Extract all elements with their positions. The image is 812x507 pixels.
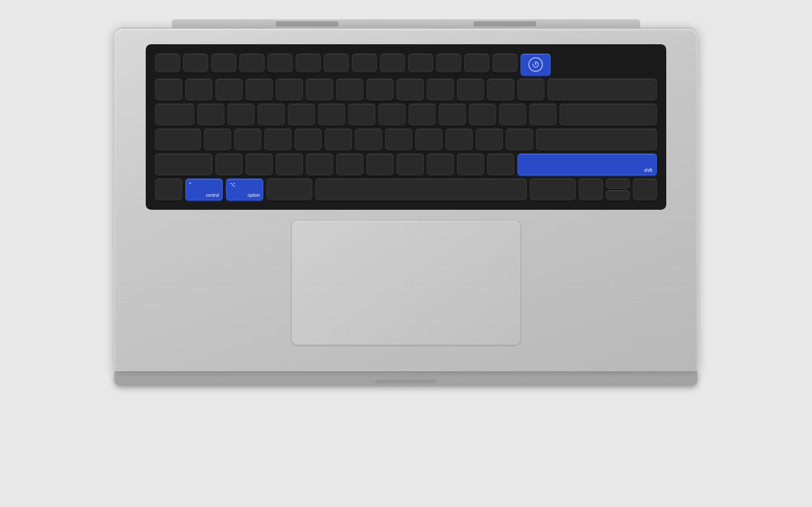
key-tab[interactable] <box>155 104 194 125</box>
key-quote[interactable] <box>506 129 533 150</box>
modifier-row: ^ control ⌥ option <box>155 179 657 200</box>
key-a[interactable] <box>204 129 231 150</box>
key-fn[interactable] <box>155 179 182 200</box>
key-f4[interactable] <box>268 54 293 72</box>
key-arrow-right[interactable] <box>633 179 657 200</box>
key-option[interactable]: ⌥ option <box>226 179 263 200</box>
number-row <box>155 79 657 100</box>
key-9[interactable] <box>427 79 454 100</box>
key-bracket-left[interactable] <box>499 104 526 125</box>
key-arrow-left[interactable] <box>579 179 603 200</box>
key-j[interactable] <box>385 129 412 150</box>
key-backslash[interactable] <box>560 104 657 125</box>
key-period[interactable] <box>457 154 484 175</box>
key-backtick[interactable] <box>155 79 182 100</box>
key-equals[interactable] <box>517 79 544 100</box>
key-l[interactable] <box>446 129 473 150</box>
key-esc[interactable] <box>155 54 180 72</box>
key-y[interactable] <box>348 104 375 125</box>
key-cmd-left[interactable] <box>267 179 312 200</box>
key-w[interactable] <box>227 104 255 125</box>
key-f10[interactable] <box>436 54 461 72</box>
hinge-area <box>172 19 640 29</box>
key-n[interactable] <box>366 154 394 175</box>
key-s[interactable] <box>234 129 261 150</box>
key-t[interactable] <box>318 104 345 125</box>
key-o[interactable] <box>439 104 466 125</box>
laptop-body: shift ^ control ⌥ option <box>115 29 697 371</box>
key-space[interactable] <box>315 179 527 200</box>
key-slash[interactable] <box>487 154 514 175</box>
key-7[interactable] <box>366 79 394 100</box>
laptop-base <box>115 371 697 386</box>
laptop: shift ^ control ⌥ option <box>94 19 718 488</box>
key-g[interactable] <box>325 129 352 150</box>
trackpad-area <box>146 220 666 345</box>
key-f9[interactable] <box>408 54 433 72</box>
tab-row <box>155 104 657 125</box>
key-f12[interactable] <box>492 54 517 72</box>
key-semicolon[interactable] <box>476 129 503 150</box>
key-f1[interactable] <box>183 54 208 72</box>
key-p[interactable] <box>469 104 496 125</box>
key-d[interactable] <box>264 129 291 150</box>
key-bracket-right[interactable] <box>529 104 556 125</box>
key-u[interactable] <box>378 104 405 125</box>
key-arrow-down[interactable] <box>606 190 630 200</box>
key-4[interactable] <box>276 79 303 100</box>
key-cmd-right[interactable] <box>530 179 576 200</box>
bottom-notch <box>375 379 437 384</box>
key-minus[interactable] <box>487 79 514 100</box>
key-f2[interactable] <box>211 54 236 72</box>
key-f5[interactable] <box>296 54 321 72</box>
key-6[interactable] <box>336 79 363 100</box>
caps-row <box>155 129 657 150</box>
key-shift-left[interactable] <box>155 154 212 175</box>
control-label: control <box>206 193 219 198</box>
key-x[interactable] <box>246 154 273 175</box>
key-shift-right[interactable]: shift <box>517 154 657 175</box>
key-k[interactable] <box>415 129 442 150</box>
key-b[interactable] <box>336 154 363 175</box>
function-row <box>155 54 657 75</box>
key-h[interactable] <box>355 129 382 150</box>
arrow-up-down-cluster <box>606 179 630 200</box>
hinge-bar-left <box>276 21 338 27</box>
key-r[interactable] <box>288 104 315 125</box>
key-2[interactable] <box>215 79 243 100</box>
key-f[interactable] <box>295 129 322 150</box>
trackpad[interactable] <box>291 220 521 345</box>
key-f8[interactable] <box>380 54 405 72</box>
key-return[interactable] <box>536 129 657 150</box>
key-f6[interactable] <box>324 54 349 72</box>
key-caps[interactable] <box>155 129 201 150</box>
key-1[interactable] <box>185 79 212 100</box>
key-i[interactable] <box>409 104 436 125</box>
key-c[interactable] <box>276 154 303 175</box>
key-z[interactable] <box>215 154 243 175</box>
key-0[interactable] <box>457 79 484 100</box>
key-comma[interactable] <box>427 154 454 175</box>
keyboard: shift ^ control ⌥ option <box>146 44 666 210</box>
control-icon: ^ <box>189 182 192 187</box>
key-e[interactable] <box>258 104 285 125</box>
key-delete[interactable] <box>548 79 657 100</box>
key-f3[interactable] <box>239 54 264 72</box>
key-q[interactable] <box>197 104 224 125</box>
key-5[interactable] <box>306 79 333 100</box>
key-m[interactable] <box>397 154 424 175</box>
key-arrow-up[interactable] <box>606 179 630 189</box>
shift-row: shift <box>155 154 657 175</box>
option-icon: ⌥ <box>230 182 236 187</box>
key-f7[interactable] <box>352 54 377 72</box>
option-label: option <box>248 193 260 198</box>
key-v[interactable] <box>306 154 333 175</box>
key-8[interactable] <box>397 79 424 100</box>
key-power[interactable] <box>521 54 551 75</box>
shift-label: shift <box>644 168 652 173</box>
key-f11[interactable] <box>464 54 489 72</box>
hinge-bar-right <box>474 21 536 27</box>
power-circle-icon <box>528 57 543 72</box>
key-control[interactable]: ^ control <box>185 179 223 200</box>
key-3[interactable] <box>246 79 273 100</box>
